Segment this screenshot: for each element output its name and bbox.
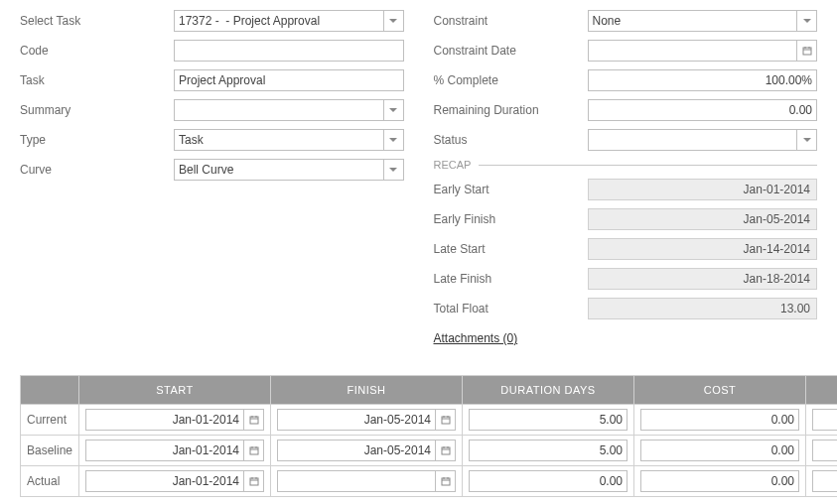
- constraint-input[interactable]: [588, 10, 798, 32]
- chevron-down-icon: [802, 135, 812, 145]
- duration-input[interactable]: [469, 409, 628, 431]
- finish-calendar-button[interactable]: [436, 470, 456, 492]
- late-finish-label: Late Finish: [434, 272, 588, 286]
- early-finish-value: Jan-05-2014: [588, 208, 818, 230]
- svg-rect-4: [250, 417, 258, 424]
- status-dropdown[interactable]: [797, 129, 817, 151]
- svg-rect-24: [442, 478, 450, 485]
- start-input[interactable]: [85, 470, 244, 492]
- chevron-down-icon: [388, 16, 398, 26]
- attachments-link[interactable]: Attachments (0): [434, 331, 518, 345]
- grid-header-cost: COST: [634, 376, 806, 405]
- start-input[interactable]: [85, 440, 244, 461]
- remaining-duration-label: Remaining Duration: [434, 103, 588, 117]
- svg-rect-0: [803, 48, 811, 55]
- revenue-input[interactable]: [812, 440, 837, 461]
- chevron-down-icon: [802, 16, 812, 26]
- cost-input[interactable]: [640, 470, 799, 492]
- schedule-grid: START FINISH DURATION DAYS COST REVENUE …: [20, 375, 837, 497]
- late-start-value: Jan-14-2014: [588, 238, 818, 260]
- recap-section-divider: RECAP: [434, 159, 818, 171]
- finish-input[interactable]: [277, 409, 436, 431]
- start-calendar-button[interactable]: [244, 409, 264, 431]
- chevron-down-icon: [388, 135, 398, 145]
- constraint-date-input[interactable]: [588, 40, 798, 62]
- cost-input[interactable]: [640, 440, 799, 461]
- total-float-label: Total Float: [434, 302, 588, 315]
- table-row: Actual: [21, 466, 838, 497]
- finish-input[interactable]: [277, 440, 436, 461]
- constraint-label: Constraint: [434, 14, 588, 28]
- calendar-icon: [441, 445, 451, 455]
- revenue-input[interactable]: [812, 470, 837, 492]
- task-label: Task: [20, 73, 174, 87]
- grid-header-duration: DURATION DAYS: [463, 376, 634, 405]
- start-calendar-button[interactable]: [244, 470, 264, 492]
- chevron-down-icon: [388, 105, 398, 115]
- row-label: Baseline: [21, 436, 79, 466]
- late-start-label: Late Start: [434, 242, 588, 256]
- type-dropdown[interactable]: [384, 129, 404, 151]
- calendar-icon: [441, 476, 451, 486]
- svg-rect-20: [250, 478, 258, 485]
- finish-calendar-button[interactable]: [436, 409, 456, 431]
- duration-input[interactable]: [469, 470, 628, 492]
- svg-rect-8: [442, 417, 450, 424]
- table-row: Baseline: [21, 436, 838, 466]
- task-input[interactable]: [174, 69, 404, 91]
- select-task-input[interactable]: [174, 10, 384, 32]
- select-task-dropdown[interactable]: [384, 10, 404, 32]
- curve-input[interactable]: [174, 159, 384, 181]
- curve-label: Curve: [20, 163, 174, 177]
- total-float-value: 13.00: [588, 298, 818, 319]
- type-input[interactable]: [174, 129, 384, 151]
- row-label: Current: [21, 405, 79, 436]
- summary-input[interactable]: [174, 99, 384, 121]
- recap-label: RECAP: [434, 159, 472, 171]
- constraint-dropdown[interactable]: [797, 10, 817, 32]
- status-label: Status: [434, 133, 588, 147]
- constraint-date-label: Constraint Date: [434, 44, 588, 58]
- calendar-icon: [802, 46, 812, 56]
- calendar-icon: [249, 445, 259, 455]
- svg-rect-12: [250, 447, 258, 454]
- row-label: Actual: [21, 466, 79, 497]
- grid-header-revenue: REVENUE: [806, 376, 837, 405]
- start-calendar-button[interactable]: [244, 440, 264, 461]
- status-input[interactable]: [588, 129, 798, 151]
- cost-input[interactable]: [640, 409, 799, 431]
- grid-header-blank: [21, 376, 79, 405]
- pct-complete-input[interactable]: [588, 69, 818, 91]
- calendar-icon: [249, 415, 259, 425]
- early-finish-label: Early Finish: [434, 212, 588, 226]
- calendar-icon: [249, 476, 259, 486]
- remaining-duration-input[interactable]: [588, 99, 818, 121]
- summary-label: Summary: [20, 103, 174, 117]
- finish-calendar-button[interactable]: [436, 440, 456, 461]
- divider-line: [479, 165, 817, 166]
- pct-complete-label: % Complete: [434, 73, 588, 87]
- select-task-label: Select Task: [20, 14, 174, 28]
- calendar-icon: [441, 415, 451, 425]
- duration-input[interactable]: [469, 440, 628, 461]
- start-input[interactable]: [85, 409, 244, 431]
- code-input[interactable]: [174, 40, 404, 62]
- summary-dropdown[interactable]: [384, 99, 404, 121]
- grid-header-start: START: [79, 376, 271, 405]
- curve-dropdown[interactable]: [384, 159, 404, 181]
- type-label: Type: [20, 133, 174, 147]
- code-label: Code: [20, 44, 174, 58]
- finish-input[interactable]: [277, 470, 436, 492]
- constraint-date-calendar-button[interactable]: [797, 40, 817, 62]
- svg-rect-16: [442, 447, 450, 454]
- chevron-down-icon: [388, 165, 398, 175]
- revenue-input[interactable]: [812, 409, 837, 431]
- early-start-value: Jan-01-2014: [588, 179, 818, 200]
- early-start-label: Early Start: [434, 183, 588, 196]
- table-row: Current: [21, 405, 838, 436]
- grid-header-finish: FINISH: [271, 376, 463, 405]
- late-finish-value: Jan-18-2014: [588, 268, 818, 290]
